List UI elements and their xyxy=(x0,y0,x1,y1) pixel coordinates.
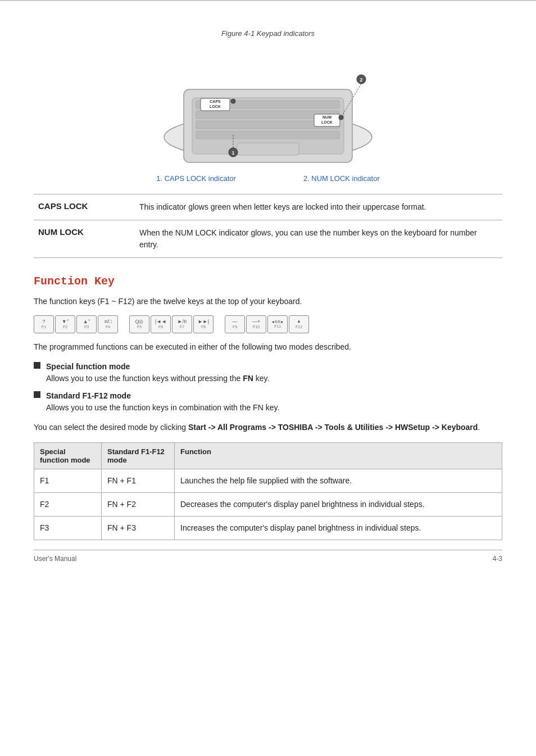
indicator-labels: 1. CAPS LOCK indicator 2. NUM LOCK indic… xyxy=(34,174,502,183)
list-item: Special function mode Allows you to use … xyxy=(34,361,502,384)
mode-1-title: Special function mode xyxy=(46,361,269,373)
fkey-f4: ≡/□ F4 xyxy=(98,315,118,333)
num-lock-desc: When the NUM LOCK indicator glows, you c… xyxy=(135,220,502,258)
mode-select-text: You can select the desired mode by click… xyxy=(34,422,502,433)
fkeys-illustration: ? F1 ▼° F2 ▲° F3 ≡/□ F4 xyxy=(34,315,502,333)
num-lock-key: NUM LOCK xyxy=(34,220,135,258)
svg-text:1: 1 xyxy=(231,150,234,156)
special-f2: F2 xyxy=(34,493,102,517)
keyboard-illustration: CAPS LOCK NUM LOCK 1 2 xyxy=(150,44,386,168)
special-f3: F3 xyxy=(34,517,102,540)
table-row: F1 FN + F1 Launches the help file suppli… xyxy=(34,469,502,493)
caps-lock-key: CAPS LOCK xyxy=(34,194,135,220)
col-header-standard: Standard F1-F12 mode xyxy=(102,443,175,469)
figure-section: Figure 4-1 Keypad indicators CAPS xyxy=(34,29,502,183)
svg-rect-7 xyxy=(237,143,299,155)
bullet-icon xyxy=(34,362,40,369)
fkey-f10: —+ F10 xyxy=(246,315,266,333)
svg-text:LOCK: LOCK xyxy=(210,105,221,108)
svg-text:CAPS: CAPS xyxy=(210,99,221,103)
col-header-special: Special function mode xyxy=(34,443,102,469)
table-row: F2 FN + F2 Decreases the computer's disp… xyxy=(34,493,502,517)
standard-f3: FN + F3 xyxy=(102,517,175,540)
list-item: Standard F1-F12 mode Allows you to use t… xyxy=(34,390,502,414)
function-f2: Decreases the computer's display panel b… xyxy=(175,493,502,517)
fkey-f2: ▼° F2 xyxy=(55,315,75,333)
function-f3: Increases the computer's display panel b… xyxy=(175,517,502,540)
col-header-function: Function xyxy=(175,443,502,469)
function-key-table: Special function mode Standard F1-F12 mo… xyxy=(34,442,502,540)
fkey-f6: |◄◄ F6 xyxy=(151,315,171,333)
modes-list: Special function mode Allows you to use … xyxy=(34,361,502,414)
function-f1: Launches the help file supplied with the… xyxy=(175,469,502,493)
svg-text:NUM: NUM xyxy=(322,115,331,119)
footer-right: 4-3 xyxy=(493,555,502,563)
mode-2-title: Standard F1-F12 mode xyxy=(46,390,279,402)
fkey-f5: Q◎ F5 xyxy=(129,315,149,333)
footer-left: User's Manual xyxy=(34,555,76,563)
num-lock-label: 2. NUM LOCK indicator xyxy=(303,174,380,183)
fkey-group-1: ? F1 xyxy=(34,315,54,333)
standard-f1: FN + F1 xyxy=(102,469,175,493)
fkey-f3: ▲° F3 xyxy=(76,315,97,333)
svg-text:LOCK: LOCK xyxy=(321,120,333,124)
section-heading: Function Key xyxy=(34,275,502,288)
function-key-section: Function Key The function keys (F1 ~ F12… xyxy=(34,275,502,540)
modes-desc: The programmed functions can be executed… xyxy=(34,341,502,353)
top-border xyxy=(0,0,536,1)
svg-text:2: 2 xyxy=(360,77,362,83)
caps-lock-label: 1. CAPS LOCK indicator xyxy=(156,174,236,183)
bullet-icon xyxy=(34,391,40,398)
table-row: CAPS LOCK This indicator glows green whe… xyxy=(34,194,502,220)
table-row: F3 FN + F3 Increases the computer's disp… xyxy=(34,517,502,540)
table-row: NUM LOCK When the NUM LOCK indicator glo… xyxy=(34,220,502,258)
indicator-table: CAPS LOCK This indicator glows green whe… xyxy=(34,194,502,258)
mode-2-desc: Allows you to use the function keys in c… xyxy=(46,402,279,414)
fkey-group-2: ▼° F2 ▲° F3 ≡/□ F4 xyxy=(55,315,118,333)
fkey-group-3: Q◎ F5 |◄◄ F6 ►/II F7 ►►| F8 xyxy=(129,315,214,333)
caps-lock-desc: This indicator glows green when letter k… xyxy=(135,194,502,220)
fkey-group-4: — F9 —+ F10 ◄€/€► F11 ♦ F12 xyxy=(225,315,309,333)
footer: User's Manual 4-3 xyxy=(34,550,502,563)
figure-caption: Figure 4-1 Keypad indicators xyxy=(34,29,502,38)
fkey-f11: ◄€/€► F11 xyxy=(267,315,288,333)
svg-point-11 xyxy=(231,99,235,103)
standard-f2: FN + F2 xyxy=(102,493,175,517)
fkey-f9: — F9 xyxy=(225,315,245,333)
special-f1: F1 xyxy=(34,469,102,493)
fkey-f8: ►►| F8 xyxy=(193,315,214,333)
fkey-f7: ►/II F7 xyxy=(172,315,192,333)
fkey-f12: ♦ F12 xyxy=(289,315,309,333)
fkey-f1: ? F1 xyxy=(34,315,54,333)
table-header-row: Special function mode Standard F1-F12 mo… xyxy=(34,443,502,469)
mode-1-desc: Allows you to use the function keys with… xyxy=(46,373,269,384)
svg-rect-6 xyxy=(196,131,339,139)
section-intro: The function keys (F1 ~ F12) are the twe… xyxy=(34,296,502,307)
page-content: Figure 4-1 Keypad indicators CAPS xyxy=(0,12,536,574)
